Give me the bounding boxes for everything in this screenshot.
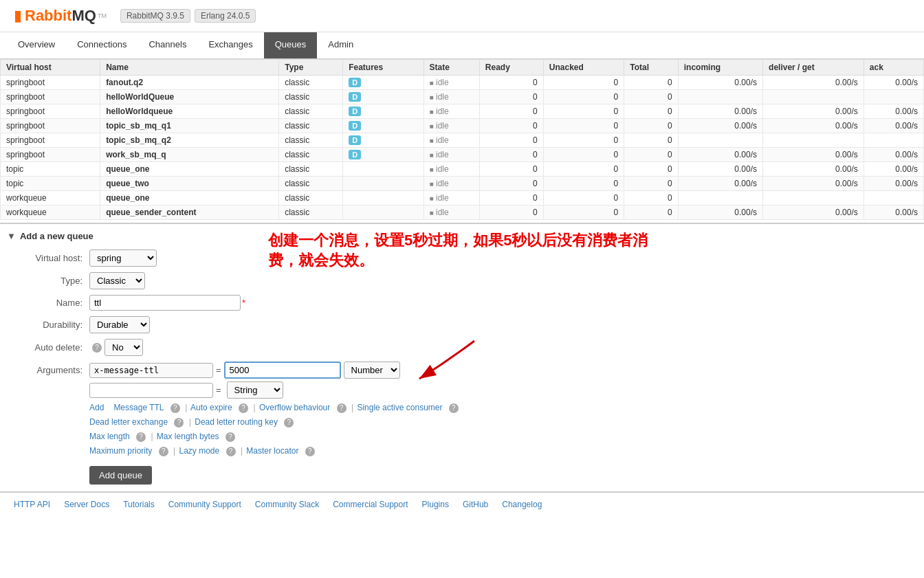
overflow-help[interactable]: ? <box>337 403 346 413</box>
footer-community-support[interactable]: Community Support <box>168 500 241 509</box>
cell-type: classic <box>279 191 343 205</box>
single-active-link[interactable]: Single active consumer <box>357 403 442 412</box>
footer-changelog[interactable]: Changelog <box>502 500 542 509</box>
durability-select[interactable]: Durable Transient <box>89 316 150 333</box>
cell-vhost: workqueue <box>1 191 100 205</box>
arg-key-input[interactable] <box>89 363 213 378</box>
cell-features <box>343 162 424 177</box>
table-row[interactable]: springboot fanout.q2 classic D ■ idle 0 … <box>1 76 924 90</box>
add-queue-button[interactable]: Add queue <box>89 466 152 485</box>
add-queue-toggle[interactable]: ▼ Add a new queue <box>7 231 910 241</box>
args-eq-1: = <box>216 365 221 375</box>
message-ttl-link[interactable]: Message TTL <box>113 403 164 412</box>
cell-ready: 0 <box>479 119 543 133</box>
max-length-link[interactable]: Max length <box>89 432 130 441</box>
col-total: Total <box>624 60 678 76</box>
nav-channels[interactable]: Channels <box>138 32 197 58</box>
cell-ready: 0 <box>479 104 543 119</box>
dle-help[interactable]: ? <box>174 418 184 427</box>
required-star: * <box>242 298 245 308</box>
add-links-row-2: Dead letter exchange ? | Dead letter rou… <box>89 417 910 427</box>
nav-connections[interactable]: Connections <box>66 32 138 58</box>
table-row[interactable]: springboot helloWorldqueue classic D ■ i… <box>1 104 924 119</box>
nav-exchanges[interactable]: Exchanges <box>197 32 263 58</box>
table-row[interactable]: springboot work_sb_mq_q classic D ■ idle… <box>1 148 924 162</box>
table-row[interactable]: topic queue_two classic ■ idle 0 0 0 0.0… <box>1 177 924 191</box>
footer-tutorials[interactable]: Tutorials <box>123 500 155 509</box>
cell-state: ■ idle <box>424 191 479 205</box>
auto-delete-help-icon[interactable]: ? <box>92 343 102 353</box>
table-row[interactable]: workqueue queue_one classic ■ idle 0 0 0 <box>1 191 924 205</box>
cell-type: classic <box>279 205 343 220</box>
message-ttl-help[interactable]: ? <box>170 403 180 413</box>
type-select[interactable]: Classic Quorum <box>89 272 145 289</box>
footer-http-api[interactable]: HTTP API <box>14 500 50 509</box>
footer-plugins[interactable]: Plugins <box>422 500 449 509</box>
col-vhost: Virtual host <box>1 60 100 76</box>
auto-delete-select[interactable]: No Yes <box>104 339 143 356</box>
arg-value-input[interactable] <box>224 362 341 379</box>
footer-community-slack[interactable]: Community Slack <box>255 500 319 509</box>
nav-admin[interactable]: Admin <box>317 32 364 58</box>
virtual-host-row: Virtual host: spring / springboot topic … <box>7 249 910 267</box>
nav-overview[interactable]: Overview <box>7 32 66 58</box>
arguments-row-2: = String Number Boolean <box>7 381 910 399</box>
col-features: Features <box>343 60 424 76</box>
overflow-link[interactable]: Overflow behaviour <box>259 403 330 412</box>
cell-deliver <box>763 133 864 148</box>
maximum-priority-link[interactable]: Maximum priority <box>89 446 152 456</box>
virtual-host-label: Virtual host: <box>7 253 82 263</box>
cell-ready: 0 <box>479 177 543 191</box>
dlrk-help[interactable]: ? <box>284 418 294 427</box>
master-locator-help[interactable]: ? <box>305 447 315 456</box>
cell-vhost: topic <box>1 162 100 177</box>
arg-key-input-2[interactable] <box>89 383 213 398</box>
add-links-row-1: Add Message TTL ? | Auto expire ? | Over… <box>89 403 910 413</box>
max-length-bytes-link[interactable]: Max length bytes <box>157 432 219 441</box>
table-row[interactable]: springboot helloWorldQueue classic D ■ i… <box>1 90 924 104</box>
cell-features: D <box>343 133 424 148</box>
lazy-mode-link[interactable]: Lazy mode <box>179 446 220 456</box>
dead-letter-routing-key-link[interactable]: Dead letter routing key <box>195 417 278 427</box>
cell-state: ■ idle <box>424 119 479 133</box>
auto-delete-label: Auto delete: <box>7 342 82 353</box>
max-length-bytes-help[interactable]: ? <box>226 432 235 442</box>
cell-features: D <box>343 90 424 104</box>
cell-state: ■ idle <box>424 76 479 90</box>
table-row[interactable]: springboot topic_sb_mq_q1 classic D ■ id… <box>1 119 924 133</box>
cell-ready: 0 <box>479 133 543 148</box>
max-length-help[interactable]: ? <box>136 432 146 442</box>
auto-expire-help[interactable]: ? <box>239 403 248 413</box>
footer-github[interactable]: GitHub <box>463 500 488 509</box>
lazy-mode-help[interactable]: ? <box>226 447 236 456</box>
logo-icon: ▮ <box>14 7 22 25</box>
add-links-row-4: Maximum priority ? | Lazy mode ? | Maste… <box>89 446 910 456</box>
cell-deliver: 0.00/s <box>763 104 864 119</box>
col-incoming: incoming <box>678 60 762 76</box>
footer-server-docs[interactable]: Server Docs <box>64 500 109 509</box>
add-link[interactable]: Add <box>89 403 104 412</box>
cell-ack: 0.00/s <box>864 177 923 191</box>
cell-unacked: 0 <box>543 162 624 177</box>
cell-total: 0 <box>624 133 678 148</box>
single-active-help[interactable]: ? <box>449 403 459 413</box>
auto-delete-row: Auto delete: ? No Yes <box>7 339 910 356</box>
table-row[interactable]: topic queue_one classic ■ idle 0 0 0 0.0… <box>1 162 924 177</box>
dead-letter-exchange-link[interactable]: Dead letter exchange <box>89 417 168 427</box>
queues-table: Virtual host Name Type Features State Re… <box>0 59 924 220</box>
cell-state: ■ idle <box>424 104 479 119</box>
footer-commercial-support[interactable]: Commercial Support <box>333 500 408 509</box>
sep-1: | <box>185 403 187 412</box>
max-priority-help[interactable]: ? <box>159 447 168 456</box>
cell-features <box>343 191 424 205</box>
table-row[interactable]: springboot topic_sb_mq_q2 classic D ■ id… <box>1 133 924 148</box>
master-locator-link[interactable]: Master locator <box>246 446 298 456</box>
arg-type-select[interactable]: Number String Boolean <box>344 362 400 379</box>
auto-expire-link[interactable]: Auto expire <box>190 403 232 412</box>
virtual-host-select[interactable]: spring / springboot topic workqueue <box>89 249 157 267</box>
name-input[interactable] <box>89 295 241 311</box>
arg-type-select-2[interactable]: String Number Boolean <box>227 381 283 399</box>
cell-ack: 0.00/s <box>864 148 923 162</box>
table-row[interactable]: workqueue queue_sender_content classic ■… <box>1 205 924 220</box>
nav-queues[interactable]: Queues <box>264 32 318 58</box>
